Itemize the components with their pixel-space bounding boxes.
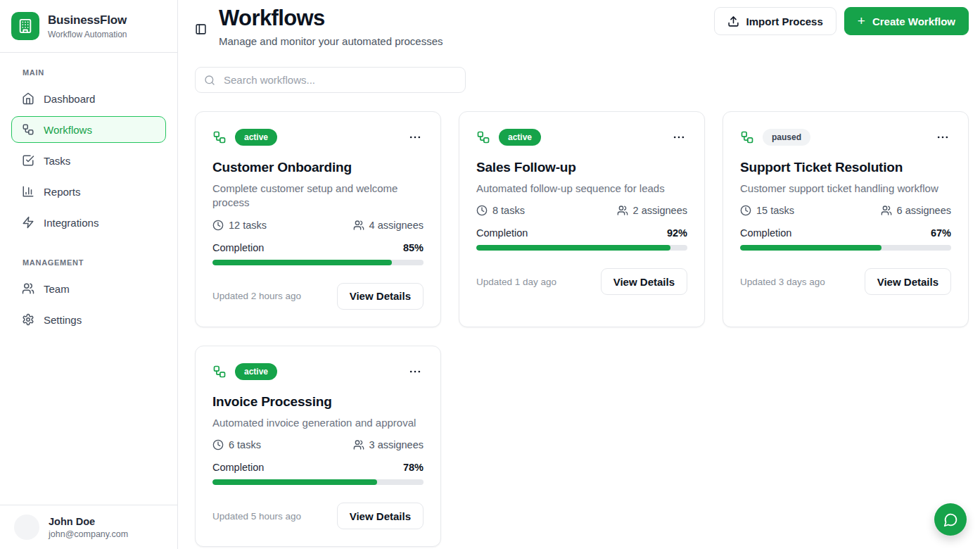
sidebar-nav: MAIN Dashboard Workflows Tasks Reports	[0, 53, 177, 505]
status-badge: active	[235, 129, 277, 146]
sidebar-item-dashboard[interactable]: Dashboard	[11, 85, 166, 112]
create-workflow-button[interactable]: + Create Workflow	[844, 7, 969, 35]
view-details-button[interactable]: View Details	[601, 268, 687, 295]
progress-bar	[212, 479, 424, 485]
page-subtitle: Manage and monitor your automated proces…	[219, 35, 443, 47]
workflow-icon	[22, 123, 34, 136]
assignees-count: 3 assignees	[353, 439, 424, 450]
user-name: John Doe	[49, 516, 128, 527]
sidebar-item-label: Reports	[44, 186, 81, 198]
sidebar-item-tasks[interactable]: Tasks	[11, 147, 166, 174]
progress-fill	[212, 479, 377, 485]
search-bar	[195, 67, 466, 93]
workflow-description: Automated invoice generation and approva…	[212, 416, 424, 430]
app-logo	[11, 12, 39, 40]
more-options-button[interactable]	[407, 127, 424, 147]
ellipsis-icon	[408, 130, 422, 144]
clock-icon	[476, 205, 488, 216]
sidebar-item-label: Tasks	[44, 155, 70, 167]
workflow-description: Complete customer setup and welcome proc…	[212, 182, 424, 210]
completion-percent: 92%	[667, 227, 687, 239]
completion-percent: 78%	[403, 462, 424, 473]
updated-text: Updated 2 hours ago	[212, 291, 301, 301]
completion-percent: 67%	[931, 227, 951, 239]
sidebar-item-label: Settings	[44, 314, 82, 326]
view-details-button[interactable]: View Details	[337, 503, 424, 529]
assignees-count: 4 assignees	[353, 220, 424, 231]
workflow-icon	[740, 130, 754, 144]
sidebar-item-integrations[interactable]: Integrations	[11, 209, 166, 236]
workflow-title: Support Ticket Resolution	[740, 160, 951, 175]
status-badge: active	[499, 129, 541, 146]
bar-chart-icon	[22, 185, 34, 198]
workflow-icon	[212, 365, 227, 379]
user-email: john@company.com	[49, 529, 128, 539]
view-details-button[interactable]: View Details	[337, 283, 424, 310]
create-workflow-label: Create Workflow	[872, 15, 955, 27]
check-square-icon	[22, 154, 34, 167]
sidebar-item-settings[interactable]: Settings	[11, 306, 166, 333]
progress-bar	[740, 245, 951, 251]
sidebar-item-workflows[interactable]: Workflows	[11, 116, 166, 143]
completion-label: Completion	[212, 242, 264, 253]
workflow-title: Customer Onboarding	[212, 160, 424, 175]
view-details-button[interactable]: View Details	[865, 268, 951, 295]
tasks-count: 8 tasks	[476, 205, 525, 216]
sidebar-item-label: Workflows	[44, 124, 92, 136]
nav-section-main: MAIN	[23, 68, 155, 77]
progress-fill	[740, 245, 882, 251]
assignees-count: 2 assignees	[617, 205, 687, 216]
clock-icon	[740, 205, 751, 216]
workflow-grid: active Customer Onboarding Complete cust…	[195, 111, 969, 547]
progress-bar	[476, 245, 687, 251]
workflow-card: active Sales Follow-up Automated follow-…	[459, 111, 705, 327]
ellipsis-icon	[936, 130, 950, 144]
sidebar-item-label: Dashboard	[44, 93, 95, 105]
updated-text: Updated 3 days ago	[740, 277, 825, 287]
ellipsis-icon	[672, 130, 686, 144]
more-options-button[interactable]	[670, 127, 687, 147]
plus-icon: +	[858, 14, 865, 27]
page-title: Workflows	[219, 6, 443, 31]
import-process-button[interactable]: Import Process	[714, 7, 836, 35]
workflow-icon	[476, 130, 490, 144]
sidebar-item-team[interactable]: Team	[11, 275, 166, 302]
nav-section-management: MANAGEMENT	[23, 258, 155, 267]
upload-icon	[727, 15, 739, 27]
users-icon	[881, 205, 892, 216]
chat-fab-button[interactable]	[934, 503, 967, 536]
users-icon	[22, 282, 34, 295]
users-icon	[353, 439, 364, 450]
sidebar-toggle-button[interactable]	[195, 11, 207, 47]
assignees-count: 6 assignees	[881, 205, 951, 216]
chat-bubble-icon	[943, 512, 958, 527]
status-badge: active	[235, 363, 277, 380]
zap-icon	[22, 216, 34, 229]
progress-bar	[212, 260, 424, 265]
completion-percent: 85%	[403, 242, 424, 253]
users-icon	[353, 220, 364, 231]
tasks-count: 6 tasks	[212, 439, 261, 450]
workflow-description: Automated follow-up sequence for leads	[476, 182, 687, 196]
workflow-description: Customer support ticket handling workflo…	[740, 182, 951, 196]
brand-name: BusinessFlow	[48, 13, 127, 27]
workflow-icon	[212, 130, 227, 144]
workflow-card: paused Support Ticket Resolution Custome…	[723, 111, 969, 327]
workflow-card: active Invoice Processing Automated invo…	[195, 346, 441, 547]
completion-label: Completion	[740, 227, 791, 239]
more-options-button[interactable]	[407, 362, 424, 381]
user-profile[interactable]: John Doe john@company.com	[0, 505, 177, 549]
search-icon	[204, 75, 215, 86]
sidebar-item-reports[interactable]: Reports	[11, 178, 166, 205]
updated-text: Updated 1 day ago	[476, 277, 556, 287]
updated-text: Updated 5 hours ago	[212, 511, 301, 522]
gear-icon	[22, 313, 34, 326]
more-options-button[interactable]	[934, 127, 951, 147]
completion-label: Completion	[212, 462, 264, 473]
sidebar-item-label: Integrations	[44, 217, 98, 229]
avatar	[14, 515, 39, 540]
workflow-title: Sales Follow-up	[476, 160, 687, 175]
users-icon	[617, 205, 628, 216]
main-content: Workflows Manage and monitor your automa…	[178, 0, 980, 547]
search-input[interactable]	[222, 73, 457, 87]
